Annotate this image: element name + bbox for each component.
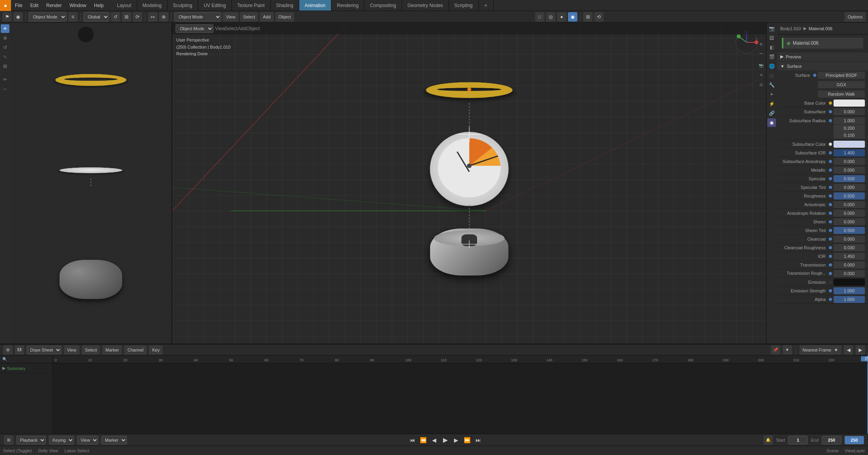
pb-icon-1[interactable]: ⊞ (4, 435, 13, 445)
options-btn[interactable]: Options (844, 12, 866, 22)
vp-object-btn[interactable]: Object (249, 24, 257, 33)
subsurface-ior-value[interactable]: 1.400 (834, 149, 865, 156)
tab-uv-editing[interactable]: UV Editing (198, 0, 232, 11)
tab-shading[interactable]: Shading (271, 0, 299, 11)
view-btn[interactable]: View (223, 12, 239, 22)
toolbar-icon-6[interactable]: ⟳ (133, 12, 142, 22)
view-select[interactable]: View (77, 436, 98, 444)
tl-key-btn[interactable]: Key (149, 345, 163, 355)
tl-channel-btn[interactable]: Channel (124, 345, 146, 355)
pb-start-frame[interactable]: 1 (788, 436, 808, 444)
shading-material[interactable]: ● (557, 12, 566, 22)
pb-prev-keyframe[interactable]: ⏪ (420, 436, 427, 444)
rp-material-icon[interactable]: ◉ (767, 118, 776, 127)
emission-swatch[interactable] (834, 279, 865, 286)
overlay-btn[interactable]: ⊞ (583, 12, 593, 22)
pb-jump-end[interactable]: ⏭ (474, 436, 482, 444)
vtool-transform[interactable]: ⊞ (1, 62, 9, 71)
vtool-rotate[interactable]: ↺ (1, 43, 9, 52)
nearest-frame-btn[interactable]: Nearest Frame ▼ (799, 345, 841, 355)
tab-layout[interactable]: Layout (112, 0, 137, 11)
vp-mode-select[interactable]: Object Mode (175, 24, 213, 33)
clearcoat-value[interactable]: 0.000 (834, 236, 865, 243)
tab-animation[interactable]: Animation (299, 0, 331, 11)
menu-render[interactable]: Render (42, 0, 65, 11)
menu-file[interactable]: File (11, 0, 26, 11)
global-select[interactable]: Global (83, 12, 109, 22)
tl-marker-btn[interactable]: Marker (102, 345, 122, 355)
subsurface-color-swatch[interactable] (834, 141, 865, 148)
sheen-tint-value[interactable]: 0.500 (834, 227, 865, 234)
gizmo-btn[interactable]: ⟲ (594, 12, 604, 22)
vp-zoom-in[interactable]: + (757, 40, 765, 49)
pb-prev-frame[interactable]: ◀ (430, 436, 438, 444)
timeline-track-area[interactable]: 0 10 20 30 40 50 60 70 80 90 100 110 120… (53, 355, 868, 434)
clearcoat-roughness-value[interactable]: 0.030 (834, 244, 865, 251)
specular-tint-value[interactable]: 0.000 (834, 184, 865, 191)
material-name-bar[interactable]: ◉ Material.006 (782, 38, 863, 49)
vp-view-btn[interactable]: View (216, 24, 224, 33)
keying-select[interactable]: Keying (49, 436, 74, 444)
tl-select-btn[interactable]: Select (82, 345, 100, 355)
vtool-cursor[interactable]: ✛ (1, 24, 9, 33)
vp-sun[interactable]: ☀ (757, 71, 765, 79)
object-btn[interactable]: Object (275, 12, 294, 22)
tab-texture-paint[interactable]: Texture Paint (232, 0, 271, 11)
pb-play[interactable]: ▶ (441, 436, 449, 444)
rp-particles-icon[interactable]: ✦ (767, 90, 776, 99)
pb-end-frame[interactable]: 250 (822, 436, 841, 444)
rp-view-icon[interactable]: ◧ (767, 43, 776, 52)
transmission-value[interactable]: 0.000 (834, 261, 865, 268)
toolbar-icon-3[interactable]: ≡ (68, 12, 78, 22)
section-preview[interactable]: ▶ Preview (777, 52, 868, 61)
add-btn[interactable]: Add (260, 12, 274, 22)
alpha-value[interactable]: 1.000 (834, 296, 865, 303)
vp-zoom-out[interactable]: − (757, 49, 765, 58)
subsurface-anisotropy-value[interactable]: 0.000 (834, 158, 865, 165)
select-btn[interactable]: Select (240, 12, 259, 22)
anisotropic-value[interactable]: 0.000 (834, 201, 865, 208)
tl-icon-prev[interactable]: ◀ (844, 345, 853, 355)
vp-circle[interactable]: ◎ (757, 80, 765, 89)
tl-icon-next[interactable]: ▶ (855, 345, 865, 355)
pb-next-frame[interactable]: ▶ (452, 436, 460, 444)
vtool-scale[interactable]: ⤡ (1, 53, 9, 61)
toolbar-icon-7[interactable]: ↦ (148, 12, 157, 22)
vp-add-btn[interactable]: Add (238, 24, 246, 33)
subsurface-radius-v2[interactable]: 0.200 (834, 125, 865, 132)
vp-camera[interactable]: 📷 (757, 61, 765, 70)
rp-output-icon[interactable]: 🖼 (767, 34, 776, 42)
anisotropic-rotation-value[interactable]: 0.000 (834, 210, 865, 217)
specular-value[interactable]: 0.500 (834, 175, 865, 182)
toolbar-icon-5[interactable]: ⊞ (122, 12, 131, 22)
subsurface-radius-v1[interactable]: 1.000 (834, 117, 865, 124)
mode-select-2[interactable]: Object Mode (174, 12, 221, 22)
rp-scene-icon[interactable]: 🎬 (767, 53, 776, 61)
tl-pin-icon[interactable]: 📌 (771, 345, 780, 355)
tab-modeling[interactable]: Modeling (137, 0, 168, 11)
rw-value[interactable]: Random Walk (818, 91, 865, 98)
toolbar-icon-1[interactable]: ⚑ (2, 12, 12, 22)
shading-solid[interactable]: □ (535, 12, 544, 22)
tab-geometry-nodes[interactable]: Geometry Nodes (402, 0, 449, 11)
tab-rendering[interactable]: Rendering (331, 0, 364, 11)
toolbar-icon-2[interactable]: ◉ (13, 12, 23, 22)
menu-help[interactable]: Help (90, 0, 108, 11)
vtool-measure[interactable]: ↔ (1, 85, 9, 93)
surface-bsdf[interactable]: Principled BSDF (818, 72, 865, 79)
transmission-roughness-value[interactable]: 0.000 (834, 270, 865, 277)
rp-world-icon[interactable]: 🌐 (767, 62, 776, 71)
tab-sculpting[interactable]: Sculpting (168, 0, 198, 11)
tl-view-btn[interactable]: View (64, 345, 80, 355)
subsurface-value[interactable]: 0.000 (834, 108, 865, 115)
menu-window[interactable]: Window (65, 0, 90, 11)
emission-strength-value[interactable]: 1.000 (834, 287, 865, 294)
vtool-move[interactable]: ⊕ (1, 34, 9, 42)
rp-render-icon[interactable]: 📷 (767, 24, 776, 33)
vp-select-btn[interactable]: Select (227, 24, 235, 33)
toolbar-icon-8[interactable]: ⊕ (159, 12, 168, 22)
menu-edit[interactable]: Edit (26, 0, 42, 11)
ior-value[interactable]: 1.450 (834, 253, 865, 260)
ggx-value[interactable]: GGX (818, 81, 865, 88)
rp-modifier-icon[interactable]: 🔧 (767, 81, 776, 89)
